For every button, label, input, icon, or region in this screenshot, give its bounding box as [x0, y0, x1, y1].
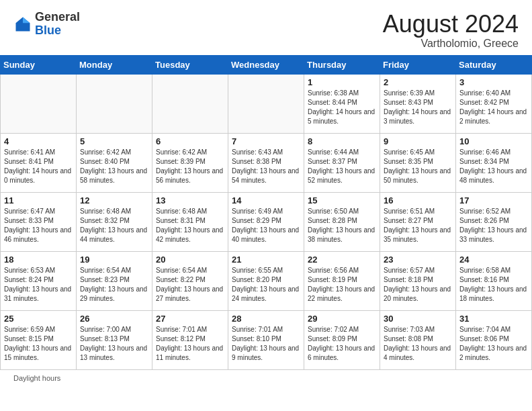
location: Vartholomio, Greece: [383, 38, 519, 50]
calendar-day: 8Sunrise: 6:44 AM Sunset: 8:37 PM Daylig…: [304, 133, 380, 192]
day-info: Sunrise: 6:54 AM Sunset: 8:22 PM Dayligh…: [156, 266, 224, 304]
day-info: Sunrise: 7:02 AM Sunset: 8:09 PM Dayligh…: [308, 325, 376, 363]
calendar-day: 17Sunrise: 6:52 AM Sunset: 8:26 PM Dayli…: [456, 192, 532, 251]
day-number: 30: [384, 314, 452, 324]
calendar-day: [77, 74, 152, 133]
day-info: Sunrise: 6:48 AM Sunset: 8:31 PM Dayligh…: [156, 207, 224, 244]
day-info: Sunrise: 6:55 AM Sunset: 8:20 PM Dayligh…: [232, 266, 300, 304]
calendar-day: 29Sunrise: 7:02 AM Sunset: 8:09 PM Dayli…: [304, 310, 380, 369]
day-info: Sunrise: 6:40 AM Sunset: 8:42 PM Dayligh…: [459, 89, 528, 126]
day-info: Sunrise: 6:50 AM Sunset: 8:28 PM Dayligh…: [308, 207, 376, 244]
day-info: Sunrise: 6:46 AM Sunset: 8:34 PM Dayligh…: [459, 148, 528, 185]
days-of-week-row: SundayMondayTuesdayWednesdayThursdayFrid…: [1, 55, 532, 74]
week-row-5: 25Sunrise: 6:59 AM Sunset: 8:15 PM Dayli…: [1, 310, 532, 369]
day-number: 24: [459, 255, 528, 265]
week-row-2: 4Sunrise: 6:41 AM Sunset: 8:41 PM Daylig…: [1, 133, 532, 192]
calendar-day: 9Sunrise: 6:45 AM Sunset: 8:35 PM Daylig…: [380, 133, 456, 192]
calendar-day: 4Sunrise: 6:41 AM Sunset: 8:41 PM Daylig…: [1, 133, 77, 192]
calendar-day: 3Sunrise: 6:40 AM Sunset: 8:42 PM Daylig…: [456, 74, 532, 133]
day-number: 7: [232, 136, 300, 146]
day-number: 21: [232, 255, 300, 265]
calendar-day: 31Sunrise: 7:04 AM Sunset: 8:06 PM Dayli…: [456, 310, 532, 369]
calendar-day: 26Sunrise: 7:00 AM Sunset: 8:13 PM Dayli…: [77, 310, 152, 369]
day-info: Sunrise: 6:48 AM Sunset: 8:32 PM Dayligh…: [80, 207, 148, 244]
calendar-day: 22Sunrise: 6:56 AM Sunset: 8:19 PM Dayli…: [304, 251, 380, 310]
calendar-day: 13Sunrise: 6:48 AM Sunset: 8:31 PM Dayli…: [152, 192, 228, 251]
calendar-day: 1Sunrise: 6:38 AM Sunset: 8:44 PM Daylig…: [304, 74, 380, 133]
day-info: Sunrise: 6:57 AM Sunset: 8:18 PM Dayligh…: [384, 266, 452, 304]
calendar-day: 16Sunrise: 6:51 AM Sunset: 8:27 PM Dayli…: [380, 192, 456, 251]
day-number: 11: [4, 195, 73, 205]
day-of-week-friday: Friday: [380, 55, 456, 74]
calendar-day: 7Sunrise: 6:43 AM Sunset: 8:38 PM Daylig…: [228, 133, 304, 192]
logo: General Blue: [13, 11, 80, 38]
header: General Blue August 2024 Vartholomio, Gr…: [0, 0, 532, 55]
day-info: Sunrise: 6:43 AM Sunset: 8:38 PM Dayligh…: [232, 148, 300, 185]
day-info: Sunrise: 6:45 AM Sunset: 8:35 PM Dayligh…: [384, 148, 452, 185]
day-number: 31: [459, 314, 528, 324]
svg-marker-1: [23, 17, 30, 23]
day-info: Sunrise: 7:04 AM Sunset: 8:06 PM Dayligh…: [459, 325, 528, 363]
day-of-week-thursday: Thursday: [304, 55, 380, 74]
week-row-4: 18Sunrise: 6:53 AM Sunset: 8:24 PM Dayli…: [1, 251, 532, 310]
day-number: 18: [4, 255, 73, 265]
calendar-day: [152, 74, 228, 133]
day-number: 8: [308, 136, 376, 146]
day-number: 14: [232, 195, 300, 205]
day-info: Sunrise: 6:51 AM Sunset: 8:27 PM Dayligh…: [384, 207, 452, 244]
day-of-week-saturday: Saturday: [456, 55, 532, 74]
day-number: 26: [80, 314, 148, 324]
logo-blue: Blue: [35, 24, 61, 37]
calendar-day: 27Sunrise: 7:01 AM Sunset: 8:12 PM Dayli…: [152, 310, 228, 369]
calendar-day: 28Sunrise: 7:01 AM Sunset: 8:10 PM Dayli…: [228, 310, 304, 369]
day-info: Sunrise: 6:56 AM Sunset: 8:19 PM Dayligh…: [308, 266, 376, 304]
day-info: Sunrise: 6:42 AM Sunset: 8:39 PM Dayligh…: [156, 148, 224, 185]
title-block: August 2024 Vartholomio, Greece: [383, 11, 519, 50]
calendar-day: 23Sunrise: 6:57 AM Sunset: 8:18 PM Dayli…: [380, 251, 456, 310]
day-number: 9: [384, 136, 452, 146]
calendar-day: 20Sunrise: 6:54 AM Sunset: 8:22 PM Dayli…: [152, 251, 228, 310]
calendar-day: 19Sunrise: 6:54 AM Sunset: 8:23 PM Dayli…: [77, 251, 152, 310]
month-year: August 2024: [383, 11, 519, 38]
day-info: Sunrise: 6:44 AM Sunset: 8:37 PM Dayligh…: [308, 148, 376, 185]
day-of-week-monday: Monday: [77, 55, 152, 74]
calendar-day: 25Sunrise: 6:59 AM Sunset: 8:15 PM Dayli…: [1, 310, 77, 369]
calendar-day: 21Sunrise: 6:55 AM Sunset: 8:20 PM Dayli…: [228, 251, 304, 310]
calendar-day: 2Sunrise: 6:39 AM Sunset: 8:43 PM Daylig…: [380, 74, 456, 133]
day-info: Sunrise: 6:53 AM Sunset: 8:24 PM Dayligh…: [4, 266, 73, 304]
calendar-day: 5Sunrise: 6:42 AM Sunset: 8:40 PM Daylig…: [77, 133, 152, 192]
day-info: Sunrise: 6:49 AM Sunset: 8:29 PM Dayligh…: [232, 207, 300, 244]
calendar-day: 11Sunrise: 6:47 AM Sunset: 8:33 PM Dayli…: [1, 192, 77, 251]
calendar-day: [1, 74, 77, 133]
calendar-day: 6Sunrise: 6:42 AM Sunset: 8:39 PM Daylig…: [152, 133, 228, 192]
day-number: 4: [4, 136, 73, 146]
calendar-day: 10Sunrise: 6:46 AM Sunset: 8:34 PM Dayli…: [456, 133, 532, 192]
calendar-day: [228, 74, 304, 133]
day-number: 22: [308, 255, 376, 265]
day-info: Sunrise: 6:59 AM Sunset: 8:15 PM Dayligh…: [4, 325, 73, 363]
calendar-day: 30Sunrise: 7:03 AM Sunset: 8:08 PM Dayli…: [380, 310, 456, 369]
day-number: 17: [459, 195, 528, 205]
day-number: 2: [384, 77, 452, 87]
footer: Daylight hours: [0, 370, 532, 386]
day-info: Sunrise: 7:00 AM Sunset: 8:13 PM Dayligh…: [80, 325, 148, 363]
day-number: 29: [308, 314, 376, 324]
week-row-1: 1Sunrise: 6:38 AM Sunset: 8:44 PM Daylig…: [1, 74, 532, 133]
day-number: 5: [80, 136, 148, 146]
day-number: 6: [156, 136, 224, 146]
day-info: Sunrise: 6:41 AM Sunset: 8:41 PM Dayligh…: [4, 148, 73, 185]
logo-general: General: [35, 10, 80, 24]
day-info: Sunrise: 6:54 AM Sunset: 8:23 PM Dayligh…: [80, 266, 148, 304]
day-number: 13: [156, 195, 224, 205]
day-info: Sunrise: 7:03 AM Sunset: 8:08 PM Dayligh…: [384, 325, 452, 363]
calendar-day: 12Sunrise: 6:48 AM Sunset: 8:32 PM Dayli…: [77, 192, 152, 251]
calendar-day: 24Sunrise: 6:58 AM Sunset: 8:16 PM Dayli…: [456, 251, 532, 310]
day-number: 20: [156, 255, 224, 265]
daylight-hours-label: Daylight hours: [13, 374, 60, 382]
day-info: Sunrise: 6:58 AM Sunset: 8:16 PM Dayligh…: [459, 266, 528, 304]
day-number: 10: [459, 136, 528, 146]
day-number: 27: [156, 314, 224, 324]
day-number: 1: [308, 77, 376, 87]
day-info: Sunrise: 6:38 AM Sunset: 8:44 PM Dayligh…: [308, 89, 376, 126]
day-of-week-wednesday: Wednesday: [228, 55, 304, 74]
